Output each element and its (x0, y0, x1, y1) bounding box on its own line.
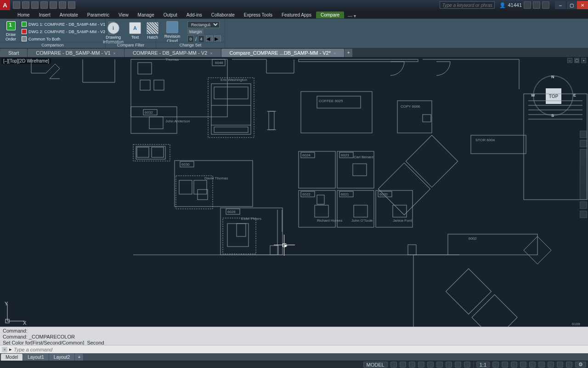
status-model-toggle[interactable]: MODEL (363, 362, 388, 368)
status-cleanscreen-icon[interactable] (566, 362, 572, 368)
room-6023-label: 6023 (341, 153, 349, 157)
status-annomonitor-icon[interactable] (511, 362, 517, 368)
room-6028-label: 6028 (227, 210, 236, 214)
ribbon-tab-addins[interactable]: Add-ins (182, 12, 207, 18)
user-icon[interactable]: 👤 (499, 2, 506, 8)
svg-rect-56 (179, 180, 192, 194)
status-snap-icon[interactable] (400, 362, 406, 368)
svg-rect-58 (198, 190, 208, 200)
svg-rect-63 (237, 224, 246, 236)
ribbon-tab-home[interactable]: Home (13, 12, 34, 18)
label-david-thomas: David Thomas (204, 176, 228, 180)
file-tab-v2[interactable]: COMPARE - DB_SAMP-MM - V2× (124, 49, 221, 57)
command-input[interactable] (14, 347, 586, 352)
svg-rect-33 (270, 246, 278, 255)
qat-saveas-icon[interactable] (40, 1, 48, 9)
label-carl-benard: Carl Benard (354, 155, 373, 159)
layout-tab-add[interactable]: + (75, 354, 83, 361)
status-quickprops-icon[interactable] (529, 362, 536, 368)
svg-rect-50 (137, 147, 149, 157)
layout-tab-layout2[interactable]: Layout2 (49, 354, 75, 361)
cloud-shape-select[interactable]: Rectangular (187, 21, 220, 28)
file-tab-start[interactable]: Start (0, 49, 28, 57)
ucs-y-label: Y (5, 301, 8, 306)
ribbon-tab-featuredapps[interactable]: Featured Apps (277, 12, 316, 18)
layout-tab-model[interactable]: Model (1, 354, 23, 361)
ribbon-tab-overflow-icon[interactable]: — ▾ (348, 13, 356, 18)
help-icon[interactable] (542, 1, 549, 9)
command-line: Command: Command: _COMPARECOLOR Set Colo… (0, 327, 588, 353)
qat-undo-icon[interactable] (59, 1, 66, 9)
panel-change-set-title: Change Set (156, 42, 225, 47)
file-tab-compare[interactable]: Compare_COMPARE ...DB_SAMP-MM - V2*× (221, 49, 345, 57)
status-otrack-icon[interactable] (446, 362, 452, 368)
ribbon-tab-expresstools[interactable]: Express Tools (239, 12, 277, 18)
layout-tab-layout1[interactable]: Layout1 (23, 354, 49, 361)
status-ortho-icon[interactable] (409, 362, 415, 368)
qat-save-icon[interactable] (31, 1, 39, 9)
panel-compare-filter: i Drawing Information A Text Hatch Compa… (106, 19, 156, 48)
svg-rect-3 (154, 80, 164, 90)
status-annovisibility-icon[interactable] (492, 362, 499, 368)
command-close-icon[interactable]: × (2, 347, 7, 352)
qat-plot-icon[interactable] (50, 1, 57, 9)
revision-cloud-button[interactable]: Revision Cloud (160, 20, 185, 44)
app-logo[interactable]: A (0, 0, 10, 10)
qat-new-icon[interactable] (13, 1, 20, 9)
label-coffee: COFFEE 6025 (319, 99, 343, 103)
svg-rect-57 (194, 180, 207, 194)
ribbon-tab-insert[interactable]: Insert (34, 12, 55, 18)
status-isolate-icon[interactable] (548, 362, 554, 368)
qat-open-icon[interactable] (22, 1, 29, 9)
status-3dosnap-icon[interactable] (436, 362, 443, 368)
close-icon[interactable]: × (334, 51, 336, 56)
window-close[interactable]: ✕ (577, 1, 588, 9)
status-transparency-icon[interactable] (464, 362, 470, 368)
close-icon[interactable]: × (210, 51, 212, 56)
status-annoscale[interactable]: 1:1 (476, 362, 490, 368)
search-input[interactable] (440, 1, 495, 9)
infocenter-search (440, 1, 497, 9)
svg-rect-5 (299, 59, 418, 62)
changeset-next-icon[interactable]: ▶ (214, 35, 221, 42)
ribbon-tab-manage[interactable]: Manage (133, 12, 159, 18)
window-minimize[interactable]: – (555, 1, 566, 9)
command-history[interactable]: Command: Command: _COMPARECOLOR Set Colo… (0, 327, 588, 345)
a360-icon[interactable] (524, 1, 531, 9)
file-tab-add[interactable]: + (345, 49, 353, 57)
window-controls: – ▢ ✕ (555, 1, 588, 9)
close-icon[interactable]: × (113, 51, 116, 56)
dwg2-color-swatch[interactable] (22, 29, 27, 34)
changeset-prev-icon[interactable]: ◀ (206, 35, 213, 42)
room-6032-label: 6032 (145, 110, 153, 115)
ribbon-tab-collaborate[interactable]: Collaborate (207, 12, 239, 18)
qat-redo-icon[interactable] (68, 1, 75, 9)
ribbon-tab-compare[interactable]: Compare (316, 12, 344, 18)
file-tab-v1[interactable]: COMPARE - DB_SAMP-MM - V1× (28, 49, 124, 57)
status-osnap-icon[interactable] (427, 362, 434, 368)
status-lineweight-icon[interactable] (455, 362, 461, 368)
ucs-icon[interactable]: X Y (5, 302, 27, 324)
dwg1-color-swatch[interactable] (22, 22, 27, 27)
ribbon-tab-annotate[interactable]: Annotate (55, 12, 83, 18)
draw-order-button[interactable]: 1 Draw Order (4, 20, 18, 42)
common-color-swatch[interactable] (22, 36, 27, 41)
ribbon-tab-parametric[interactable]: Parametric (83, 12, 114, 18)
ribbon-tab-view[interactable]: View (114, 12, 133, 18)
user-id[interactable]: 41441 (508, 2, 522, 8)
appstore-icon[interactable] (533, 1, 540, 9)
status-customize[interactable]: ⚙ (575, 362, 586, 368)
status-units-icon[interactable] (520, 362, 526, 368)
titlebar: A 👤 41441 – ▢ ✕ (0, 0, 588, 10)
status-polar-icon[interactable] (418, 362, 424, 368)
status-hardwareaccel-icon[interactable] (557, 362, 563, 368)
svg-rect-35 (448, 234, 537, 255)
drawing-canvas[interactable]: [–][Top][2D Wireframe] – ▢ × TOP N S W E… (0, 57, 588, 327)
ribbon-tab-output[interactable]: Output (159, 12, 182, 18)
changeset-current[interactable] (187, 35, 194, 42)
window-maximize[interactable]: ▢ (566, 1, 577, 9)
status-lockui-icon[interactable] (538, 362, 545, 368)
svg-rect-48 (214, 127, 248, 132)
status-workspace-icon[interactable] (502, 362, 508, 368)
status-grid-icon[interactable] (390, 362, 397, 368)
